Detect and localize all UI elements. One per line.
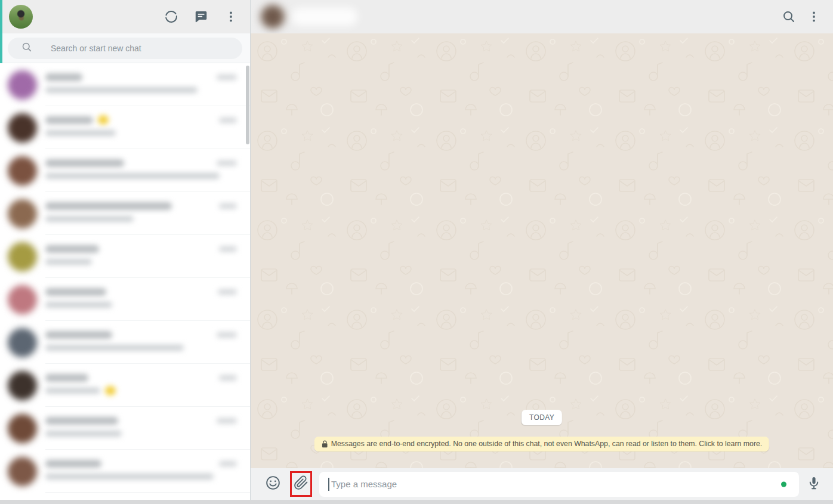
paperclip-icon [294,475,308,493]
chat-list-item[interactable] [0,278,250,321]
name-emoji-redacted [98,115,109,125]
message-input[interactable] [331,479,799,489]
search-input[interactable] [51,44,206,53]
preview-emoji-redacted [105,386,116,395]
message-preview-redacted [45,216,134,222]
contact-name-redacted [45,288,106,296]
contact-avatar-redacted [8,285,37,314]
status-button[interactable] [164,10,178,24]
timestamp-redacted [217,160,237,166]
timestamp-redacted [219,461,237,466]
chat-list-item[interactable] [0,364,250,407]
contact-name-redacted [45,374,88,382]
chat-row-body [45,450,250,493]
chat-row-body [45,149,250,192]
contact-name-redacted [45,460,101,468]
encryption-notice-text: Messages are end-to-end encrypted. No on… [331,440,762,448]
chat-row-body [45,63,250,106]
whatsapp-web-window: TODAY Messages are end-to-end encrypted.… [0,0,833,504]
chat-row-body [45,235,250,278]
contact-name-redacted [45,417,118,425]
chat-list-scrollbar[interactable] [246,66,249,144]
profile-avatar[interactable] [9,5,33,29]
chat-row-body [45,106,250,149]
contact-avatar-redacted [8,199,37,228]
contact-avatar-redacted [8,156,37,185]
message-preview-redacted [45,388,100,394]
search-icon [782,10,796,24]
chat-peer-info[interactable] [261,5,357,29]
contact-name-redacted [45,202,172,210]
sidebar-menu-button[interactable] [224,10,238,24]
message-preview-redacted [45,259,92,265]
timestamp-redacted [219,203,237,209]
timestamp-redacted [219,375,237,381]
microphone-icon [806,475,822,493]
contact-avatar-redacted [8,113,37,143]
contact-avatar-redacted [8,457,37,486]
chat-search-button[interactable] [782,10,796,24]
peer-avatar [261,5,285,29]
message-preview-redacted [45,302,112,308]
search-icon [21,41,33,55]
extension-status-dot [781,481,786,487]
timestamp-redacted [219,246,237,252]
timestamp-redacted [217,75,237,80]
message-preview-redacted [45,130,116,136]
status-icon [164,10,178,24]
peer-name-redacted [292,8,357,26]
new-chat-icon [194,10,208,24]
contact-avatar-redacted [8,328,37,357]
sidebar-header [0,0,250,33]
new-chat-button[interactable] [194,10,208,24]
contact-name-redacted [45,245,99,253]
chat-list-item[interactable] [0,407,250,450]
chat-list-item[interactable] [0,149,250,192]
chat-list-item[interactable] [0,63,250,106]
sidebar [0,0,251,504]
contact-name-redacted [45,116,93,124]
chat-list-item[interactable] [0,450,250,493]
contact-avatar-redacted [8,242,37,271]
chat-wallpaper: TODAY Messages are end-to-end encrypted.… [251,33,833,468]
chat-list [0,63,250,504]
contact-name-redacted [45,73,82,81]
timestamp-redacted [217,332,237,338]
chat-row-body [45,321,250,364]
message-input-container [319,472,799,497]
encryption-notice[interactable]: Messages are end-to-end encrypted. No on… [314,437,769,452]
window-bottom-edge [0,500,833,504]
kebab-menu-icon [807,10,821,24]
composer-bar [251,468,833,504]
contact-name-redacted [45,159,124,167]
chat-list-item[interactable] [0,235,250,278]
chat-pane: TODAY Messages are end-to-end encrypted.… [251,0,833,504]
message-preview-redacted [45,345,184,351]
chat-list-item[interactable] [0,106,250,149]
search-pill[interactable] [8,38,242,59]
date-badge: TODAY [522,410,562,425]
text-caret [328,478,329,491]
chat-menu-button[interactable] [807,10,821,24]
chat-row-body [45,407,250,450]
doodle-pattern [251,33,833,468]
chat-list-item[interactable] [0,192,250,235]
timestamp-redacted [218,289,237,295]
chat-header [251,0,833,33]
chat-list-item[interactable] [0,321,250,364]
emoji-icon [265,475,281,493]
message-preview-redacted [45,87,198,93]
chat-row-body [45,192,250,235]
voice-message-button[interactable] [805,475,823,493]
message-preview-redacted [45,474,214,480]
chat-row-body [45,364,250,407]
attach-button-highlighted[interactable] [290,471,312,497]
search-area [0,33,250,63]
contact-avatar-redacted [8,371,37,400]
timestamp-redacted [217,418,237,423]
chat-row-body [45,278,250,321]
contact-avatar-redacted [8,414,37,443]
message-preview-redacted [45,431,122,437]
message-preview-redacted [45,173,220,179]
emoji-button[interactable] [264,475,282,493]
